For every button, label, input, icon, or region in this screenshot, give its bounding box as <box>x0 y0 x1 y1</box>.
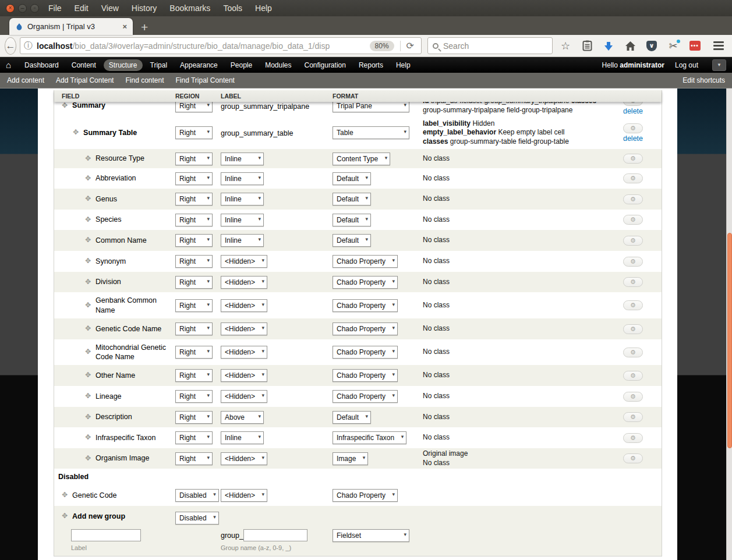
format-select[interactable]: Chado Property <box>333 346 398 359</box>
admin-tab-dashboard[interactable]: Dashboard <box>19 59 64 71</box>
label-select[interactable]: Inline <box>221 172 264 185</box>
row-settings-button[interactable]: ⚙ <box>623 102 643 106</box>
window-close-button[interactable]: × <box>6 4 15 13</box>
format-select[interactable]: Default <box>333 193 371 205</box>
admin-tab-structure[interactable]: Structure <box>104 59 143 71</box>
scrollbar-thumb[interactable] <box>727 233 732 448</box>
region-select[interactable]: Right <box>175 102 213 112</box>
site-info-icon[interactable]: ⓘ <box>24 40 33 51</box>
label-select[interactable]: <Hidden> <box>221 255 267 268</box>
format-select[interactable]: Tripal Pane <box>333 102 409 112</box>
admin-home-icon[interactable]: ⌂ <box>6 60 11 70</box>
drag-handle-icon[interactable]: ✥ <box>85 371 91 380</box>
label-select[interactable]: <Hidden> <box>221 452 267 465</box>
search-input[interactable]: Search <box>427 37 553 54</box>
region-select[interactable]: Disabled <box>175 489 219 502</box>
row-settings-button[interactable]: ⚙ <box>623 154 643 164</box>
edit-shortcuts-link[interactable]: Edit shortcuts <box>683 76 725 84</box>
back-button[interactable]: ← <box>5 37 16 55</box>
row-settings-button[interactable]: ⚙ <box>623 348 643 357</box>
label-select[interactable]: Above <box>221 411 264 424</box>
region-select[interactable]: Right <box>175 153 213 165</box>
row-settings-button[interactable]: ⚙ <box>623 277 643 287</box>
region-select[interactable]: Right <box>175 369 213 382</box>
region-select[interactable]: Right <box>175 193 213 205</box>
new-tab-button[interactable]: + <box>133 20 156 35</box>
format-select[interactable]: Image <box>333 452 368 465</box>
format-select[interactable]: Chado Property <box>333 322 398 335</box>
shortcut-add-tripal-content[interactable]: Add Tripal Content <box>56 76 114 84</box>
shortcut-find-tripal-content[interactable]: Find Tripal Content <box>176 76 235 84</box>
scrollbar-track[interactable] <box>726 88 732 560</box>
admin-tab-modules[interactable]: Modules <box>260 59 296 71</box>
drag-handle-icon[interactable]: ✥ <box>85 154 91 164</box>
region-select[interactable]: Right <box>175 390 213 403</box>
logout-link[interactable]: Log out <box>675 61 698 69</box>
admin-tab-content[interactable]: Content <box>66 59 101 71</box>
drag-handle-icon[interactable]: ✥ <box>85 174 91 183</box>
region-select[interactable]: Right <box>175 255 213 268</box>
shortcut-find-content[interactable]: Find content <box>125 76 164 84</box>
label-select[interactable]: Inline <box>221 431 264 444</box>
format-select[interactable]: Default <box>333 214 371 226</box>
admin-tab-help[interactable]: Help <box>391 59 416 71</box>
shortcut-add-content[interactable]: Add content <box>7 76 44 84</box>
bookmark-star-icon[interactable]: ☆ <box>560 40 571 52</box>
window-minimize-button[interactable]: – <box>18 4 27 13</box>
extension-icon[interactable]: ••• <box>689 40 701 52</box>
drag-handle-icon[interactable]: ✥ <box>85 257 91 266</box>
label-select[interactable]: Inline <box>221 193 264 205</box>
row-settings-button[interactable]: ⚙ <box>623 433 643 443</box>
drag-handle-icon[interactable]: ✥ <box>85 324 91 334</box>
row-settings-button[interactable]: ⚙ <box>623 194 643 204</box>
drag-handle-icon[interactable]: ✥ <box>85 278 91 287</box>
new-group-label-input[interactable] <box>71 529 141 541</box>
menu-tools[interactable]: Tools <box>223 3 242 13</box>
drag-handle-icon[interactable]: ✥ <box>73 128 79 137</box>
label-select[interactable]: <Hidden> <box>221 489 267 502</box>
drag-handle-icon[interactable]: ✥ <box>62 491 68 500</box>
format-select[interactable]: Chado Property <box>333 255 398 268</box>
row-settings-button[interactable]: ⚙ <box>623 453 643 463</box>
label-select[interactable]: <Hidden> <box>221 322 267 335</box>
admin-tab-configuration[interactable]: Configuration <box>299 59 351 71</box>
admin-tab-reports[interactable]: Reports <box>353 59 388 71</box>
region-select[interactable]: Right <box>175 322 213 335</box>
row-settings-button[interactable]: ⚙ <box>623 236 643 246</box>
region-select[interactable]: Right <box>175 452 213 465</box>
region-select[interactable]: Right <box>175 126 213 139</box>
label-select[interactable]: <Hidden> <box>221 390 267 403</box>
pocket-icon[interactable]: ∨ <box>646 40 657 52</box>
format-select[interactable]: Chado Property <box>333 299 398 312</box>
region-select[interactable]: Right <box>175 299 213 312</box>
region-select[interactable]: Right <box>175 276 213 289</box>
format-select[interactable]: Chado Property <box>333 489 398 502</box>
format-select[interactable]: Default <box>333 234 371 247</box>
reading-list-icon[interactable] <box>581 40 593 52</box>
reload-icon[interactable]: ⟳ <box>403 40 418 51</box>
row-settings-button[interactable]: ⚙ <box>623 123 643 133</box>
format-select[interactable]: Content Type <box>333 153 390 165</box>
delete-link[interactable]: delete <box>623 107 643 115</box>
drag-handle-icon[interactable]: ✥ <box>85 301 91 310</box>
region-select[interactable]: Right <box>175 172 213 185</box>
menu-history[interactable]: History <box>132 3 157 13</box>
format-select[interactable]: Infraspecific Taxon <box>333 431 406 444</box>
browser-tab[interactable]: Organism | Tripal v3 × <box>9 18 133 35</box>
tab-close-icon[interactable]: × <box>121 22 128 31</box>
label-select[interactable]: Inline <box>221 153 264 165</box>
url-bar[interactable]: ⓘ localhost/bio_data/3#overlay=admin/str… <box>20 37 422 54</box>
label-select[interactable]: <Hidden> <box>221 346 267 359</box>
row-settings-button[interactable]: ⚙ <box>623 257 643 267</box>
row-settings-button[interactable]: ⚙ <box>623 371 643 381</box>
row-settings-button[interactable]: ⚙ <box>623 215 643 225</box>
admin-tab-appearance[interactable]: Appearance <box>175 59 223 71</box>
format-select[interactable]: Chado Property <box>333 369 398 382</box>
label-select[interactable]: <Hidden> <box>221 299 267 312</box>
menu-view[interactable]: View <box>101 3 119 13</box>
drag-handle-icon[interactable]: ✥ <box>85 348 91 357</box>
format-select[interactable]: Default <box>333 172 371 185</box>
toolbar-toggle-button[interactable]: ▼ <box>712 59 726 71</box>
row-settings-button[interactable]: ⚙ <box>623 392 643 402</box>
region-select[interactable]: Right <box>175 214 213 226</box>
